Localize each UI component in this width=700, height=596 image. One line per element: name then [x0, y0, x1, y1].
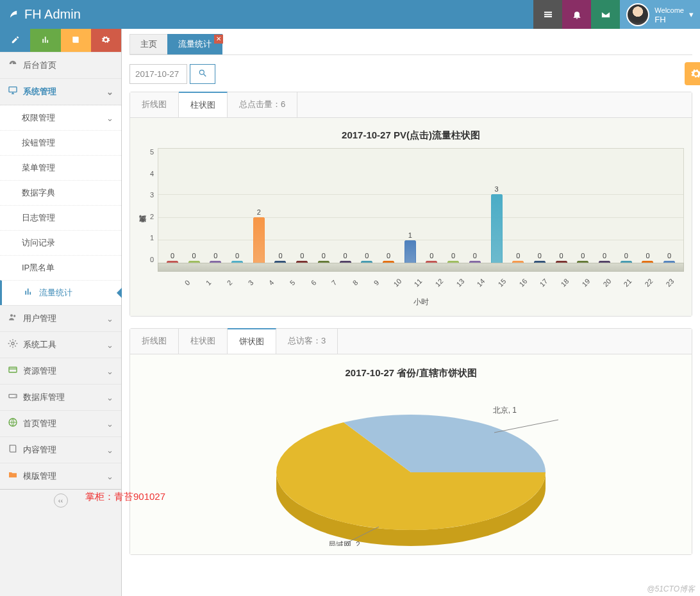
messages-button[interactable]: [591, 0, 620, 29]
y-tick: 4: [150, 170, 154, 178]
bar-value-label: 0: [278, 252, 282, 260]
chart2-tab-饼状图[interactable]: 饼状图: [228, 328, 276, 354]
sidebar: 后台首页 系统管理 ⌄ 权限管理 ⌄ 按钮管理 菜单管理 数据字典: [0, 29, 122, 596]
nav-label: 首页管理: [23, 418, 56, 429]
subnav-label: 日志管理: [22, 212, 55, 224]
bar-value-label: 0: [538, 252, 542, 260]
bar-chart-area: 2017-10-27 PV(点击)流量柱状图 浏览次数 543210 0 0 0…: [130, 118, 692, 316]
svg-rect-4: [9, 367, 17, 372]
bar-chart: 浏览次数 543210 0 0 0 0 2 0 0 0 0 0 0 1 0 0 …: [138, 148, 684, 308]
bar-19: 0: [576, 252, 590, 263]
x-axis-label: 小时: [158, 290, 684, 308]
nav-item-资源管理[interactable]: 资源管理 ⌄: [0, 358, 121, 384]
desktop-icon: [8, 85, 23, 98]
shortcut-edit-button[interactable]: [0, 29, 30, 52]
bar-5: 0: [273, 252, 287, 263]
bar-6: 0: [295, 252, 309, 263]
navbar-right: Welcome FH ▾: [533, 0, 700, 29]
user-menu[interactable]: Welcome FH ▾: [620, 0, 700, 29]
chevron-icon: ⌄: [106, 445, 113, 455]
y-tick: 5: [150, 148, 154, 156]
bar-value-label: 0: [646, 252, 649, 260]
bar-value-label: 0: [429, 252, 433, 260]
search-button[interactable]: [190, 64, 215, 84]
tasks-button[interactable]: [533, 0, 562, 29]
shortcut-settings-button[interactable]: [91, 29, 121, 52]
x-tick: 2: [222, 275, 237, 290]
bar-21: 0: [619, 252, 633, 263]
chevron-icon: ⌄: [106, 472, 113, 481]
navbar: FH Admin Welcome FH ▾: [0, 0, 700, 29]
x-tick: 15: [494, 275, 510, 290]
bar-0: 0: [165, 252, 179, 263]
subnav-item-权限管理[interactable]: 权限管理 ⌄: [0, 106, 121, 130]
bar-value-label: 0: [581, 252, 585, 260]
username: FH: [654, 15, 665, 24]
speedometer-icon: [8, 59, 23, 72]
chart1-tab-折线图[interactable]: 折线图: [130, 92, 179, 117]
theme-settings-button[interactable]: [685, 62, 700, 85]
y-tick: 0: [150, 256, 154, 263]
nav-item-模版管理[interactable]: 模版管理 ⌄: [0, 463, 121, 489]
subnav-item-按钮管理[interactable]: 按钮管理: [0, 131, 121, 155]
subnav-label: IP黑名单: [22, 262, 54, 274]
x-tick: 22: [641, 275, 656, 290]
close-icon[interactable]: ✕: [214, 35, 223, 44]
nav-item-后台首页[interactable]: 后台首页: [0, 53, 121, 78]
subnav-label: 流量统计: [39, 287, 72, 299]
users-icon: [8, 312, 23, 325]
chart2-tab-柱状图[interactable]: 柱状图: [179, 329, 228, 354]
chart2-tab-总访客：3[interactable]: 总访客：3: [276, 329, 338, 354]
copyright-text: @51CTO博客: [647, 584, 695, 595]
shortcut-stats-button[interactable]: [30, 29, 60, 52]
nav-item-用户管理[interactable]: 用户管理 ⌄: [0, 306, 121, 331]
chart1-tabs: 折线图柱状图总点击量：6: [130, 92, 692, 118]
svg-line-11: [494, 416, 558, 433]
notifications-button[interactable]: [562, 0, 591, 29]
nav-item-数据库管理[interactable]: 数据库管理 ⌄: [0, 385, 121, 410]
subnav-item-日志管理[interactable]: 日志管理: [0, 206, 121, 230]
subnav-item-访问记录[interactable]: 访问记录: [0, 231, 121, 255]
bar-3: 0: [230, 252, 244, 263]
subnav-item-数据字典[interactable]: 数据字典: [0, 181, 121, 205]
nav-item-内容管理[interactable]: 内容管理 ⌄: [0, 437, 121, 463]
bar-23: 0: [662, 252, 676, 263]
bar-chart-title: 2017-10-27 PV(点击)流量柱状图: [138, 129, 684, 142]
bar-value-label: 1: [408, 231, 412, 239]
svg-point-2: [13, 315, 15, 317]
nav-item-系统工具[interactable]: 系统工具 ⌄: [0, 332, 121, 358]
folder-icon: [8, 470, 23, 483]
shortcut-book-button[interactable]: [61, 29, 91, 52]
avatar: [626, 3, 649, 26]
sidebar-collapse-button[interactable]: ‹‹: [54, 493, 68, 508]
brand: FH Admin: [0, 6, 81, 22]
y-tick: 1: [150, 234, 154, 242]
chart1-tab-柱状图[interactable]: 柱状图: [179, 92, 228, 117]
chart2-tab-折线图[interactable]: 折线图: [130, 329, 179, 354]
bar-rect: [253, 217, 265, 263]
bar-value-label: 0: [300, 252, 304, 260]
nav-list: 后台首页 系统管理 ⌄ 权限管理 ⌄ 按钮管理 菜单管理 数据字典: [0, 52, 121, 489]
x-tick: 20: [599, 275, 615, 290]
tab-流量统计[interactable]: 流量统计✕: [167, 34, 222, 54]
pie-label-beijing: 北京, 1: [493, 406, 517, 415]
nav-item-首页管理[interactable]: 首页管理 ⌄: [0, 411, 121, 436]
bar-value-label: 0: [624, 252, 628, 260]
bar-value-label: 0: [365, 252, 369, 260]
bar-13: 0: [446, 252, 460, 263]
x-tick: 0: [179, 275, 195, 290]
bar-17: 0: [533, 252, 547, 263]
subnav-item-菜单管理[interactable]: 菜单管理: [0, 156, 121, 180]
plot-base: [158, 263, 684, 272]
chart1-tab-总点击量：6[interactable]: 总点击量：6: [228, 92, 297, 117]
bar-rect: [404, 240, 416, 263]
tab-主页[interactable]: 主页: [129, 34, 168, 54]
sidebar-shortcut-buttons: [0, 29, 121, 52]
subnav-item-流量统计[interactable]: 流量统计: [2, 281, 121, 305]
bar-value-label: 0: [603, 252, 606, 260]
subnav-item-IP黑名单[interactable]: IP黑名单: [0, 256, 121, 280]
nav-item-系统管理[interactable]: 系统管理 ⌄: [0, 79, 121, 104]
bar-value-label: 0: [322, 252, 326, 260]
date-input[interactable]: [129, 64, 187, 84]
nav-label: 系统工具: [23, 339, 56, 351]
